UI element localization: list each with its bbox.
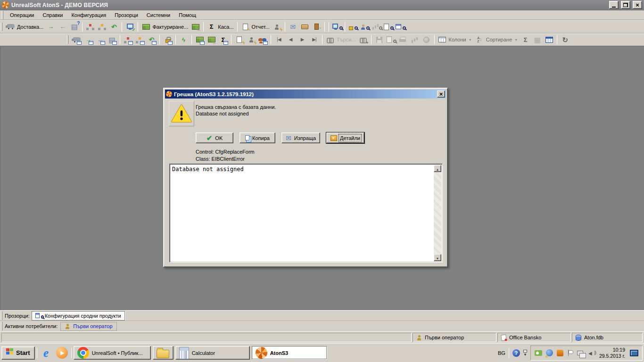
- details-button[interactable]: Детайли: [326, 132, 364, 143]
- menu-operations[interactable]: Операции: [6, 11, 38, 19]
- show-desktop-icon[interactable]: [630, 350, 638, 356]
- window-titlebar[interactable]: UnrealSoft AtonS - ДЕМО ВЕРСИЯ: [0, 0, 644, 10]
- org-structure-red-button[interactable]: [84, 21, 96, 33]
- refresh-button: [559, 34, 571, 45]
- menu-system[interactable]: Системни: [142, 11, 174, 19]
- grid-lines-button: [531, 34, 543, 45]
- search-partners-button[interactable]: [359, 21, 371, 33]
- undo-form-button[interactable]: [146, 34, 157, 45]
- report-button[interactable]: Отчет...: [239, 21, 271, 33]
- menu-grip[interactable]: [2, 11, 3, 19]
- ok-button[interactable]: OK: [196, 132, 233, 143]
- pages-form-button[interactable]: [106, 34, 118, 45]
- close-button[interactable]: [633, 1, 642, 9]
- invoicing-button[interactable]: Фактуриране...: [140, 21, 190, 33]
- app-tray-icon[interactable]: [557, 350, 563, 356]
- windows-bar: Прозорци: Конфигурация сродни продукти: [0, 310, 644, 321]
- database-icon: [576, 335, 581, 341]
- grid-form-button[interactable]: [194, 34, 206, 45]
- toolbar2-grip[interactable]: [67, 35, 68, 44]
- vertical-scrollbar[interactable]: [434, 165, 441, 261]
- sort-button[interactable]: Сортиране: [474, 34, 520, 45]
- partners-form-button[interactable]: [257, 34, 269, 45]
- window-tab-configuration[interactable]: Конфигурация сродни продукти: [32, 311, 125, 321]
- menu-references[interactable]: Справки: [38, 11, 67, 19]
- org-structure-yellow-button[interactable]: [96, 21, 108, 33]
- truck-icon: [6, 22, 15, 31]
- report-doc-icon: [241, 22, 250, 31]
- dialog-close-button[interactable]: [437, 90, 445, 98]
- task-calculator-window[interactable]: Calculator: [175, 346, 250, 360]
- terminal-check-button[interactable]: [124, 21, 136, 33]
- network-connection-icon[interactable]: [577, 351, 583, 355]
- separator: [557, 35, 557, 44]
- cash-button[interactable]: Каса...: [206, 21, 235, 33]
- restore-button[interactable]: [621, 1, 630, 9]
- active-user-item[interactable]: Първи оператор: [60, 322, 116, 331]
- status-panel-empty: [1, 333, 412, 342]
- numbered-pages-help-button[interactable]: [68, 21, 80, 33]
- scroll-down-button[interactable]: [434, 254, 441, 261]
- quick-operator-button[interactable]: [271, 21, 283, 33]
- toolbar1-grip[interactable]: [1, 23, 2, 31]
- grid-arrow-icon: [191, 22, 200, 31]
- copy-button[interactable]: Копира: [239, 132, 275, 143]
- quick-report-button[interactable]: [233, 34, 245, 45]
- task-folder-window[interactable]: [153, 346, 173, 360]
- import-document-button[interactable]: [57, 21, 68, 33]
- lock-form-button[interactable]: [162, 34, 173, 45]
- org-red-form-button[interactable]: [122, 34, 134, 45]
- sigma-form-button[interactable]: [217, 34, 229, 45]
- language-indicator[interactable]: BG: [498, 350, 505, 356]
- quick-action-button[interactable]: [178, 34, 190, 45]
- send-button[interactable]: Изпраща: [281, 132, 320, 143]
- menu-help[interactable]: Помощ: [174, 11, 200, 19]
- columns-button[interactable]: Колони: [437, 34, 474, 45]
- clock[interactable]: 10:19 29.5.2013 г.: [599, 347, 625, 359]
- menu-windows[interactable]: Прозорци: [110, 11, 142, 19]
- search-window-button[interactable]: [394, 21, 406, 33]
- org-yellow-form-button[interactable]: [134, 34, 146, 45]
- search-add-button: [357, 34, 369, 45]
- wallet-button[interactable]: [299, 21, 311, 33]
- toolbar-options-chevron[interactable]: [523, 350, 527, 356]
- task-aton-window[interactable]: AtonS3: [252, 346, 327, 360]
- import-form-button[interactable]: [94, 34, 106, 45]
- separator: [509, 348, 509, 358]
- menu-configuration[interactable]: Конфигурация: [67, 11, 110, 19]
- mail-button[interactable]: [287, 21, 299, 33]
- search-document-button[interactable]: [382, 21, 394, 33]
- quicklaunch-internet-explorer[interactable]: e: [39, 346, 53, 360]
- binoculars-box-icon: [348, 22, 357, 31]
- screen-search-button[interactable]: [331, 21, 343, 33]
- users-bar-grip[interactable]: [1, 322, 2, 330]
- scroll-up-button[interactable]: [434, 165, 441, 172]
- task-browser-window[interactable]: UnrealSoft • Публик...: [74, 346, 151, 360]
- exit-button[interactable]: [311, 21, 322, 33]
- windows-bar-grip[interactable]: [1, 312, 2, 320]
- delivery-button[interactable]: Доставка...: [5, 21, 45, 33]
- quick-user-button[interactable]: [245, 34, 257, 45]
- export-document-button[interactable]: [45, 21, 57, 33]
- start-button[interactable]: Start: [1, 346, 35, 360]
- calendar-view-button[interactable]: [543, 34, 555, 45]
- error-message: Грешка свързана с базата данни. Database…: [196, 104, 276, 117]
- separator: [345, 22, 345, 32]
- flag-tray-icon[interactable]: [567, 350, 573, 356]
- help-icon[interactable]: [512, 349, 520, 357]
- toolbar-main: Доставка... Фактуриране... Каса... Отчет…: [0, 20, 644, 33]
- invoice-import-button[interactable]: [190, 21, 201, 33]
- search-products-button[interactable]: [347, 21, 359, 33]
- export-form-button[interactable]: [83, 34, 94, 45]
- network-status-tray-icon[interactable]: [546, 349, 553, 356]
- nvidia-tray-icon[interactable]: [535, 350, 542, 356]
- delivery-form-button[interactable]: [71, 34, 83, 45]
- grid-import-form-button[interactable]: [206, 34, 217, 45]
- return-home-button[interactable]: [108, 21, 120, 33]
- error-dialog-titlebar[interactable]: Грешка (AtonS3 1.2.1579.1912): [165, 90, 446, 99]
- error-details-textbox[interactable]: Database not assigned: [169, 164, 443, 263]
- dropdown-arrow-icon: [514, 35, 518, 44]
- minimize-button[interactable]: [609, 1, 619, 9]
- volume-icon[interactable]: [588, 350, 595, 356]
- quicklaunch-media-player[interactable]: [55, 346, 69, 360]
